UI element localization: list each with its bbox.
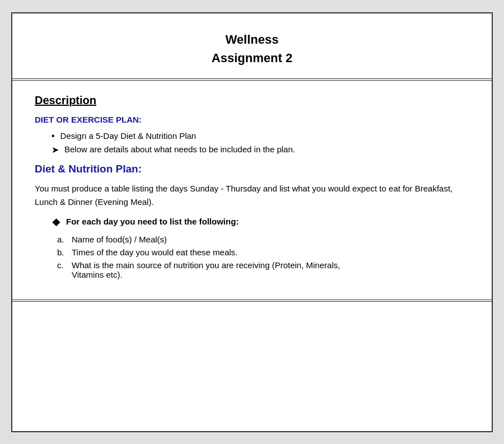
bullet-marker-1: • xyxy=(52,131,55,141)
arrow-marker: ➤ xyxy=(52,144,59,155)
diet-nutrition-heading: Diet & Nutrition Plan: xyxy=(35,163,469,175)
bullet-item-1: • Design a 5-Day Diet & Nutrition Plan xyxy=(52,131,469,141)
page-container: Wellness Assignment 2 Description DIET O… xyxy=(11,12,493,432)
alpha-item-c: c. What is the main source of nutrition … xyxy=(57,260,469,279)
page-title: Wellness Assignment 2 xyxy=(24,30,480,67)
diamond-marker: ❖ xyxy=(52,217,60,229)
description-heading: Description xyxy=(35,94,469,107)
alpha-list: a. Name of food(s) / Meal(s) b. Times of… xyxy=(57,235,469,279)
diamond-item: ❖ For each day you need to list the foll… xyxy=(52,217,469,229)
alpha-item-b: b. Times of the day you would eat these … xyxy=(57,247,469,257)
diamond-list: ❖ For each day you need to list the foll… xyxy=(52,217,469,229)
content-section: Description DIET OR EXERCISE PLAN: • Des… xyxy=(12,81,492,302)
diet-exercise-heading: DIET OR EXERCISE PLAN: xyxy=(35,115,469,124)
alpha-marker-b: b. xyxy=(57,247,67,257)
body-text: You must produce a table listing the day… xyxy=(35,182,469,209)
alpha-marker-c: c. xyxy=(57,260,67,270)
alpha-marker-a: a. xyxy=(57,235,67,244)
bullet-list: • Design a 5-Day Diet & Nutrition Plan ➤… xyxy=(52,131,469,155)
bullet-item-2: ➤ Below are details about what needs to … xyxy=(52,144,469,155)
header-section: Wellness Assignment 2 xyxy=(12,13,492,81)
alpha-item-a: a. Name of food(s) / Meal(s) xyxy=(57,235,469,244)
